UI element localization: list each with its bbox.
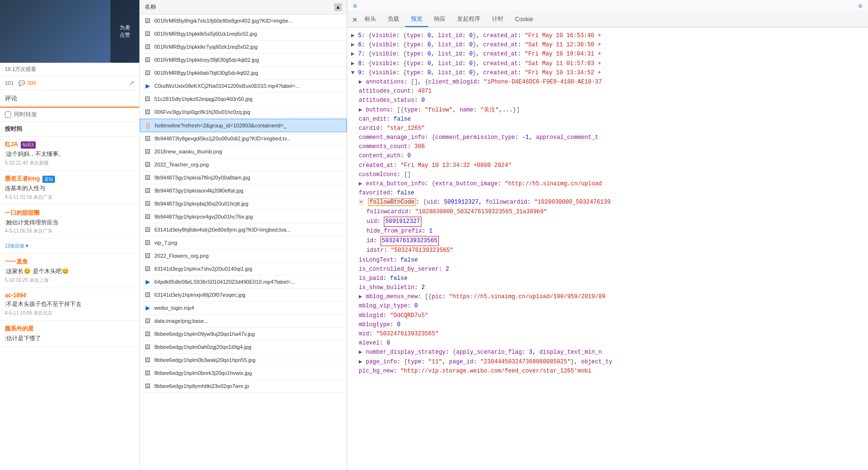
list-item[interactable]: 🖼9b944873gy1hpkria7f6nj20y00a8tam.jpg: [140, 171, 347, 184]
tab-cookie[interactable]: Cookie: [509, 13, 539, 27]
json-line: content_auth: 0: [351, 152, 864, 161]
video-thumbnail: 为勇 点赞: [0, 0, 139, 63]
image-file-icon: 🖼: [144, 56, 151, 64]
json-line: customIcons: []: [351, 170, 864, 180]
tab-response[interactable]: 响应: [428, 12, 451, 27]
tab-headers[interactable]: 标头: [359, 12, 382, 27]
json-line: mlevel: 0: [351, 339, 864, 348]
repost-checkbox[interactable]: [5, 111, 11, 118]
list-item[interactable]: ▶C0udWzUxlx08eKXCj2Na01041200sBus0E010.m…: [140, 80, 347, 93]
tab-timing[interactable]: 计时: [486, 12, 509, 27]
json-line: is_controlled_by_server: 2: [351, 265, 864, 274]
video-stats: 18.1万次观看: [0, 63, 139, 76]
json-viewer: ▶ 5: {visible: {type: 0, list_id: 0}, cr…: [347, 28, 868, 470]
image-file-icon: 🖼: [144, 43, 151, 51]
json-line: pic_bg_new: "http://vip.storage.weibo.co…: [351, 367, 864, 376]
video-overlay: 为勇 点赞: [110, 0, 139, 63]
list-item[interactable]: 🖼001RrMRBly8hgik7xls18j60e80e8gm402.jpg?…: [140, 14, 347, 28]
scroll-up-button[interactable]: ▲: [334, 3, 342, 11]
list-item[interactable]: ▶64pdk85dlx08eLS936rS010412023d490E010.m…: [140, 276, 347, 289]
right-panel: ≡ ≡ ✕ 标头 负载 预览 响应 发起程序 计时 Cookie ▶ 5: {v…: [347, 0, 868, 470]
image-file-icon: 🖼: [144, 239, 151, 247]
engagement-stats: 101 💬 309 ↗: [0, 76, 139, 90]
file-name: weibo_login.mp4: [154, 305, 343, 311]
comment-count: 💬 309: [18, 80, 36, 86]
video-label-line2: 点赞: [120, 31, 130, 39]
json-line: idstr: "5032476139323565": [351, 246, 864, 255]
file-name: 8bbee6edgy1hplm0b3wakj20qo1hpn55.jpg: [154, 357, 343, 363]
list-item[interactable]: 🖼001RrMRBgy1hpkkltab7bj630g5dc4qt02.jpg: [140, 67, 347, 80]
json-line: is_show_bulletin: 2: [351, 283, 864, 292]
comment-header: 评论: [0, 90, 139, 108]
json-line: ▶ mblog_menus_new: [{pic: "https://h5.si…: [351, 292, 864, 302]
file-name: 9b944873gy1hpkrpbq30xj20u01hcjtt.jpg: [154, 201, 343, 207]
list-item[interactable]: 🖼001RrMRBgy1hpkklosy39j630g5dc4qt02.jpg: [140, 54, 347, 67]
repost-checkbox-row[interactable]: 同时转发: [0, 108, 139, 122]
image-file-icon: 🖼: [144, 369, 151, 377]
list-item[interactable]: 🖼63141d3ely1hplmxjvll8j20f07eoqec.jpg: [140, 289, 347, 302]
json-line: ▶ 6: {visible: {type: 0, list_id: 0}, cr…: [351, 41, 864, 50]
image-file-icon: 🖼: [144, 317, 151, 325]
list-item[interactable]: 🖼9b944873gy1hpkriaon4kj20ll0eftal.jpg: [140, 184, 347, 197]
list-item[interactable]: {}hottimeline?refresh=2&group_id=102803&…: [140, 119, 347, 132]
columns-icon-2[interactable]: ≡: [856, 1, 864, 11]
file-name: C0udWzUxlx08eKXCj2Na01041200sBus0E010.mp…: [154, 83, 343, 89]
file-list-header: 名称 ▲: [140, 0, 347, 14]
list-item[interactable]: 🖼vip_7.png: [140, 236, 347, 249]
list-item[interactable]: 🖼8bbee6edgy1hplm0bnrk3j20qo1hvwix.jpg: [140, 367, 347, 380]
json-line: favorited: false: [351, 189, 864, 198]
list-item[interactable]: 🖼001RrMRBgy1hpkklkr7yaj60zk1req5x02.jpg: [140, 41, 347, 54]
image-file-icon: 🖼: [144, 174, 151, 181]
list-item[interactable]: 🖼63141d3ely8hj8dei4strj20e80e8jrm.jpg?KI…: [140, 223, 347, 236]
file-name: 001RrMRBly8hgik7xls18j60e80e8gm402.jpg?K…: [154, 18, 343, 24]
list-item[interactable]: 🖼2018new_xiaoku_thumb.png: [140, 145, 347, 158]
json-line: mid: "5032476139323565": [351, 330, 864, 339]
file-name: 9b944873gy1hpkrpce4gvj20u01hc76e.jpg: [154, 214, 343, 220]
json-line: ▶ 8: {visible: {type: 0, list_id: 0}, cr…: [351, 59, 864, 69]
comment-user: 一一直鱼: [5, 258, 135, 266]
image-file-icon: 🖼: [144, 213, 151, 221]
list-item[interactable]: 🖼data:image/png;base...: [140, 315, 347, 328]
image-file-icon: 🖼: [144, 17, 151, 25]
list-item[interactable]: 🖼006Fvx3lgy1hpi0gz8k1hj30u01hc0zq.jpg: [140, 106, 347, 119]
list-item[interactable]: 🖼9b944873ly8gevgdi5ks1j20u00u0di2.jpg?KI…: [140, 132, 347, 145]
file-name: 9b944873gy1hpkria7f6nj20y00a8tam.jpg: [154, 175, 343, 180]
file-name: 001RrMRBgy1hpkklkr7yaj60zk1req5x02.jpg: [154, 44, 343, 50]
file-name: data:image/png;base...: [154, 318, 343, 324]
image-file-icon: 🖼: [144, 330, 151, 338]
list-item[interactable]: 🖼2022_Flowers_org.png: [140, 249, 347, 263]
list-item[interactable]: 🖼51c2815dly1hpkz62eqagj20qo460n50.jpg: [140, 93, 347, 106]
list-item: 红JA 钻石3 :这个妈妈，不太懂事。 5-10 21:40 来自新疆: [0, 137, 139, 171]
json-line: followcardid: "1028030000_50324761393235…: [351, 207, 864, 217]
list-item[interactable]: 🖼2022_Teacher_org.png: [140, 158, 347, 171]
json-line: hide_from_prefix: 1: [351, 227, 864, 236]
comment-list: 红JA 钻石3 :这个妈妈，不太懂事。 5-10 21:40 来自新疆 墨老王者…: [0, 137, 139, 470]
columns-icon-1[interactable]: ≡: [351, 1, 359, 11]
list-item[interactable]: 13条回复▼: [0, 239, 139, 254]
list-item[interactable]: 🖼8bbee6edgy1hpllymhttki23o02qo7wm.jp: [140, 380, 347, 393]
list-item[interactable]: ▶weibo_login.mp4: [140, 302, 347, 315]
json-follow-btn-line: ▼ followBtnCode: {uid: 5091912327, follo…: [351, 198, 864, 207]
tab-initiator[interactable]: 发起程序: [451, 12, 486, 27]
list-item[interactable]: 🖼8bbee6edgy1hplm09yw9uj20qo1ha47v.jpg: [140, 328, 347, 341]
tab-preview[interactable]: 预览: [405, 12, 428, 27]
list-item[interactable]: 🖼9b944873gy1hpkrpce4gvj20u01hc76e.jpg: [140, 210, 347, 223]
list-item[interactable]: 🖼001RrMRBgy1hpkklk5sl5j60zk1req6c02.jpg: [140, 28, 347, 41]
close-icon[interactable]: ✕: [351, 15, 359, 25]
tab-payload[interactable]: 负载: [382, 12, 405, 27]
json-id-line: id: 5032476139323565: [351, 236, 864, 246]
image-file-icon: 🖼: [144, 265, 151, 273]
share-icon[interactable]: ↗: [129, 79, 135, 87]
image-file-icon: 🖼: [144, 30, 151, 38]
list-item[interactable]: 🖼63141d3egy1hplmx7shv2j20u0140qi1.jpg: [140, 263, 347, 276]
json-line: can_edit: false: [351, 115, 864, 124]
reply-expand-btn[interactable]: 13条回复▼: [5, 243, 135, 249]
json-line: ▶ number_display_strategy: {apply_scenar…: [351, 348, 864, 357]
file-name: 64pdk85dlx08eLS936rS010412023d490E010.mp…: [154, 279, 343, 285]
file-name: 63141d3ely1hplmxjvll8j20f07eoqec.jpg: [154, 292, 343, 298]
list-item[interactable]: 🖼8bbee6edgy1hplm0ah0zgj20qo1i0tg4.jpg: [140, 341, 347, 354]
sort-label: 按时间: [0, 122, 139, 137]
image-file-icon: 🖼: [144, 108, 151, 116]
list-item[interactable]: 🖼9b944873gy1hpkrpbq30xj20u01hcjtt.jpg: [140, 197, 347, 210]
list-item[interactable]: 🖼8bbee6edgy1hplm0b3wakj20qo1hpn55.jpg: [140, 354, 347, 367]
